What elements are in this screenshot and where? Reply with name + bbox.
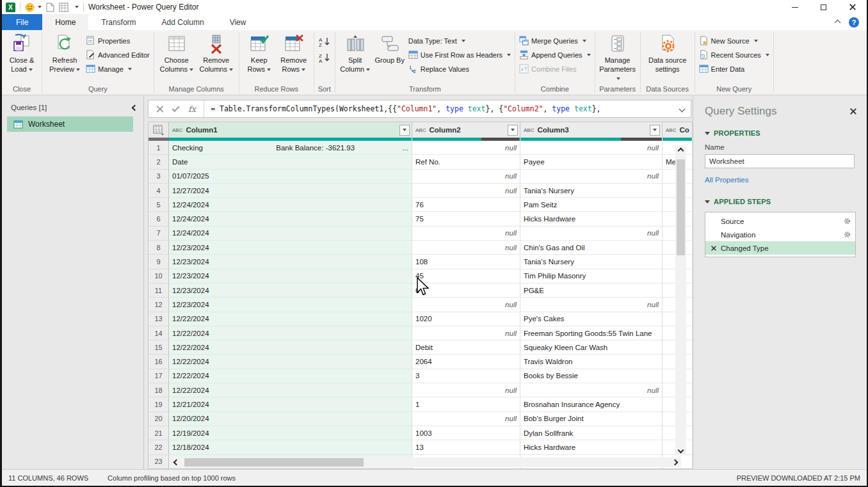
grid-cell[interactable]: 45 [412,269,520,283]
grid-cell[interactable]: null [412,326,520,340]
grid-cell[interactable]: 1020 [412,312,520,326]
step-settings-gear-icon[interactable] [843,217,851,225]
horizontal-scrollbar-thumb[interactable] [184,458,364,467]
column-header-column1[interactable]: ABCColumn1 [169,122,412,138]
row-number[interactable]: 5 [149,198,169,212]
row-number[interactable]: 13 [149,312,169,326]
row-number[interactable]: 6 [149,212,169,226]
row-number[interactable]: 2 [149,155,169,169]
grid-cell[interactable]: Freeman Sporting Goods:55 Twin Lane [520,326,663,340]
grid-cell[interactable]: 12/22/2024 [169,312,412,326]
column-header-co[interactable]: ABCCo [663,122,693,138]
applied-steps-section-header[interactable]: APPLIED STEPS [705,198,856,205]
grid-cell[interactable]: 12/24/2024 [169,227,412,241]
grid-cell[interactable]: null [520,298,663,312]
grid-cell[interactable]: 1 [412,397,520,411]
formula-cancel-icon[interactable] [156,106,163,113]
row-number[interactable]: 14 [149,326,169,340]
query-name-input[interactable]: Worksheet [705,154,855,168]
grid-cell[interactable]: 12/27/2024 [169,184,412,198]
column-filter-button[interactable] [508,125,518,136]
advanced-editor-button[interactable]: Advanced Editor [86,49,150,60]
grid-cell[interactable]: Payee [520,155,663,169]
sort-descending-button[interactable]: ZA [318,52,331,65]
grid-cell[interactable]: 13 [412,440,520,454]
scroll-right-icon[interactable] [672,459,679,466]
grid-cell[interactable]: 75 [412,212,520,226]
column-filter-button[interactable] [399,125,410,136]
replace-values-button[interactable]: 12 Replace Values [408,63,511,74]
table-quickaccess-icon[interactable] [59,3,68,12]
grid-cell[interactable]: 76 [412,198,520,212]
grid-cell[interactable]: 12/22/2024 [169,369,412,383]
close-and-load-button[interactable]: Close & Load [6,33,38,74]
grid-cell[interactable]: Books by Bessie [520,369,663,383]
grid-cell[interactable]: 12/23/2024 [169,255,412,269]
grid-cell[interactable]: null [412,184,520,198]
delete-step-icon[interactable] [711,246,716,251]
enter-data-button[interactable]: Enter Data [699,63,769,74]
formula-input[interactable]: = Table.TransformColumnTypes(Worksheet1,… [204,100,673,117]
grid-cell[interactable]: Squeaky Kleen Car Wash [520,340,663,355]
column-header-column2[interactable]: ABCColumn2 [412,122,520,138]
row-number[interactable]: 17 [149,369,169,383]
grid-cell[interactable]: Travis Waldron [520,355,663,369]
grid-cell[interactable]: 12/24/2024 [169,212,412,226]
grid-cell[interactable]: 12/23/2024 [169,269,412,283]
grid-cell[interactable]: 12/23/2024 [169,298,412,312]
grid-cell[interactable]: Hicks Hardware [520,212,663,226]
scroll-down-icon[interactable] [678,447,684,454]
column-header-column3[interactable]: ABCColumn3 [520,122,663,138]
minimize-button[interactable] [780,0,809,14]
row-number[interactable]: 22 [149,440,169,454]
grid-cell[interactable]: 12/18/2024 [169,440,412,454]
data-source-settings-button[interactable]: Data source settings [645,33,691,74]
properties-button[interactable]: Properties [86,35,150,46]
new-document-icon[interactable] [46,3,54,12]
grid-cell[interactable]: Dylan Sollfrank [520,426,663,440]
row-number[interactable]: 21 [149,426,169,440]
grid-cell[interactable]: null [412,383,520,397]
horizontal-scrollbar[interactable] [170,458,681,467]
grid-cell[interactable]: Tim Philip Masonry [520,269,663,283]
tab-transform[interactable]: Transform [88,14,149,30]
close-query-settings-icon[interactable] [850,108,856,115]
grid-cell[interactable]: null [412,412,520,426]
row-number[interactable]: 18 [149,383,169,397]
split-column-button[interactable]: Split Column [339,33,371,74]
grid-cell[interactable]: 12/24/2024 [169,198,412,212]
scroll-left-icon[interactable] [173,459,180,466]
group-by-button[interactable]: Group By [374,33,406,65]
grid-cell[interactable]: null [520,383,663,397]
append-queries-button[interactable]: Append Queries [519,49,591,60]
grid-cell[interactable]: 12/19/2024 [169,426,412,440]
new-source-button[interactable]: New Source [699,35,769,46]
row-number[interactable]: 7 [149,227,169,241]
grid-cell[interactable]: 108 [412,255,520,269]
grid-cell[interactable]: Hicks Hardware [520,440,663,454]
grid-cell[interactable]: 12/23/2024 [169,241,412,255]
grid-cell[interactable]: 3 [412,369,520,383]
tab-add-column[interactable]: Add Column [149,14,217,30]
applied-step-source[interactable]: Source [705,214,855,228]
restore-button[interactable] [809,0,838,14]
applied-step-changed-type[interactable]: Changed Type [705,241,855,255]
grid-cell[interactable]: null [520,170,663,184]
grid-cell[interactable]: 2064 [412,355,520,369]
row-number[interactable]: 12 [149,298,169,312]
grid-cell[interactable]: null [520,227,663,241]
grid-cell[interactable]: 01/07/2025 [169,170,412,184]
row-number[interactable]: 15 [149,340,169,355]
step-settings-gear-icon[interactable] [843,230,851,239]
sort-ascending-button[interactable]: AZ [318,36,331,49]
grid-cell[interactable]: 12/22/2024 [169,383,412,397]
collapse-queries-pane-icon[interactable] [132,104,138,111]
status-profiling-note[interactable]: Column profiling based on top 1000 rows [108,474,236,482]
scroll-up-icon[interactable] [678,148,684,154]
grid-cell[interactable]: 12/22/2024 [169,355,412,369]
row-number[interactable]: 8 [149,241,169,255]
grid-cell[interactable]: Bob's Burger Joint [520,412,663,426]
tab-view[interactable]: View [217,14,259,30]
vertical-scrollbar[interactable] [675,145,686,456]
row-number[interactable]: 19 [149,397,169,411]
